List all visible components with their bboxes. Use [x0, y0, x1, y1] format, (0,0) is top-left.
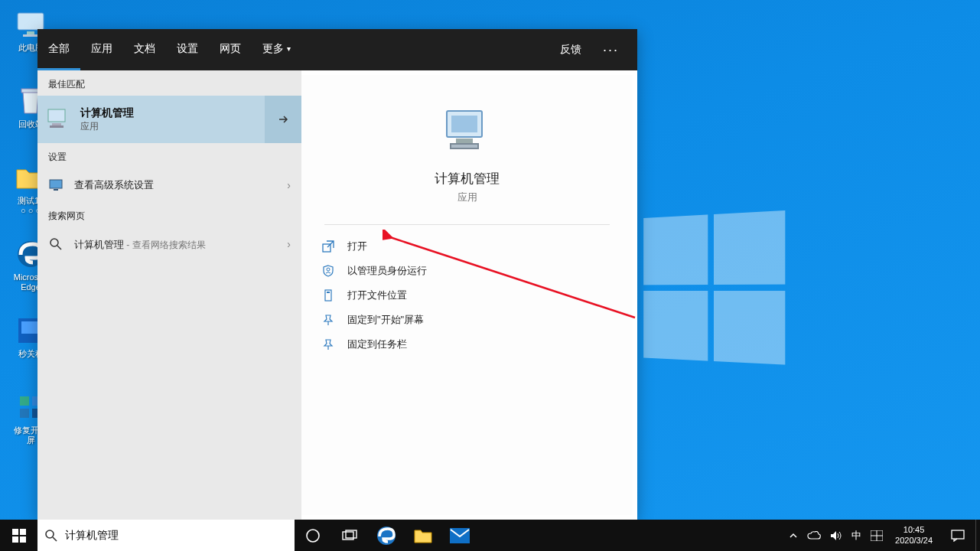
tab-more-label: 更多 — [262, 42, 284, 56]
tray-time: 10:45 — [895, 525, 933, 535]
svg-point-24 — [327, 268, 330, 271]
svg-rect-2 — [23, 34, 38, 37]
action-label: 打开文件位置 — [347, 289, 407, 302]
section-header-search-web: 搜索网页 — [37, 202, 301, 227]
section-header-best-match: 最佳匹配 — [37, 70, 301, 96]
shield-icon — [321, 264, 335, 278]
tab-settings[interactable]: 设置 — [166, 29, 209, 70]
svg-rect-30 — [12, 536, 18, 543]
tray-ime-language[interactable]: 中 — [847, 520, 866, 551]
action-label: 固定到任务栏 — [347, 337, 407, 351]
svg-rect-0 — [18, 13, 44, 30]
taskbar-cortana-button[interactable] — [295, 520, 331, 551]
action-label: 以管理员身份运行 — [347, 264, 427, 278]
tab-more[interactable]: 更多▾ — [252, 29, 301, 70]
svg-point-34 — [307, 530, 319, 542]
tray-onedrive[interactable] — [803, 520, 825, 551]
chevron-down-icon: ▾ — [287, 44, 291, 53]
more-options-button[interactable]: ··· — [592, 29, 630, 70]
chevron-up-icon — [789, 531, 798, 540]
folder-icon — [414, 528, 432, 543]
tray-ime-keyboard[interactable] — [866, 520, 887, 551]
svg-rect-7 — [20, 396, 29, 406]
arrow-right-icon — [277, 113, 289, 126]
cortana-icon — [305, 528, 321, 543]
tab-documents[interactable]: 文档 — [123, 29, 166, 70]
result-label: 查看高级系统设置 — [74, 178, 154, 192]
pin-icon — [321, 313, 335, 327]
taskbar-app-edge[interactable] — [368, 520, 405, 551]
svg-rect-28 — [12, 529, 18, 535]
svg-rect-9 — [20, 409, 29, 418]
result-advanced-system-settings[interactable]: 查看高级系统设置 › — [37, 168, 301, 202]
show-desktop-button[interactable] — [975, 520, 980, 551]
result-web-search[interactable]: 计算机管理 - 查看网络搜索结果 › — [37, 227, 301, 261]
svg-rect-31 — [20, 536, 26, 543]
svg-rect-19 — [451, 116, 477, 132]
computer-management-icon — [47, 107, 71, 132]
svg-rect-22 — [451, 145, 477, 148]
tray-clock[interactable]: 10:45 2020/3/24 — [887, 525, 940, 545]
search-icon — [48, 236, 63, 252]
best-match-item[interactable]: 计算机管理 应用 — [37, 96, 301, 143]
svg-rect-42 — [952, 530, 964, 539]
action-label: 固定到"开始"屏幕 — [347, 313, 424, 327]
system-tray: 中 10:45 2020/3/24 — [784, 520, 980, 551]
tray-volume[interactable] — [825, 520, 847, 551]
svg-rect-12 — [52, 123, 61, 126]
search-scope-tabs: 全部 应用 文档 设置 网页 更多▾ 反馈 ··· — [37, 29, 637, 70]
action-open-file-location[interactable]: 打开文件位置 — [315, 283, 619, 308]
tab-web[interactable]: 网页 — [209, 29, 252, 70]
start-button[interactable] — [0, 520, 37, 551]
svg-rect-11 — [48, 109, 65, 122]
computer-management-large-icon — [441, 106, 494, 159]
svg-rect-14 — [50, 180, 62, 188]
chevron-right-icon: › — [287, 238, 291, 250]
divider — [324, 224, 609, 225]
tray-action-center[interactable] — [940, 530, 975, 542]
chevron-right-icon: › — [287, 179, 291, 191]
taskbar-task-view-button[interactable] — [331, 520, 368, 551]
svg-point-32 — [46, 530, 54, 538]
search-input[interactable] — [65, 530, 287, 542]
svg-rect-1 — [27, 31, 34, 34]
tray-date: 2020/3/24 — [895, 536, 933, 546]
taskbar-search-box[interactable] — [37, 520, 295, 551]
section-header-settings: 设置 — [37, 143, 301, 168]
feedback-button[interactable]: 反馈 — [549, 29, 592, 70]
search-icon — [45, 530, 57, 542]
detail-title: 计算机管理 — [435, 170, 500, 187]
keyboard-icon — [871, 530, 883, 541]
mail-icon — [450, 528, 470, 543]
windows-logo-icon — [12, 529, 26, 543]
action-label: 打开 — [347, 240, 367, 253]
svg-rect-29 — [20, 529, 26, 535]
tab-apps[interactable]: 应用 — [80, 29, 123, 70]
svg-line-33 — [53, 537, 57, 541]
svg-line-17 — [57, 246, 61, 249]
taskbar: 中 10:45 2020/3/24 — [0, 520, 980, 551]
best-match-subtitle: 应用 — [80, 120, 134, 133]
action-pin-to-start[interactable]: 固定到"开始"屏幕 — [315, 308, 619, 332]
start-search-panel: 全部 应用 文档 设置 网页 更多▾ 反馈 ··· 最佳匹配 计算机管理 应用 … — [37, 29, 637, 520]
action-open[interactable]: 打开 — [315, 234, 619, 259]
pin-icon — [321, 337, 335, 351]
taskbar-app-mail[interactable] — [441, 520, 478, 551]
detail-subtitle: 应用 — [457, 191, 477, 204]
taskbar-app-file-explorer[interactable] — [405, 520, 441, 551]
tray-overflow-button[interactable] — [784, 520, 803, 551]
svg-rect-26 — [327, 292, 330, 293]
speaker-icon — [830, 530, 842, 541]
folder-open-icon — [321, 289, 335, 302]
svg-rect-13 — [50, 126, 63, 128]
expand-arrow-button[interactable] — [265, 96, 301, 143]
svg-rect-20 — [456, 139, 473, 143]
action-run-as-admin[interactable]: 以管理员身份运行 — [315, 259, 619, 283]
svg-point-16 — [50, 239, 58, 246]
cloud-icon — [807, 531, 821, 540]
action-pin-to-taskbar[interactable]: 固定到任务栏 — [315, 332, 619, 357]
windows-logo-wallpaper — [643, 210, 792, 372]
notification-icon — [951, 530, 965, 542]
tab-all[interactable]: 全部 — [37, 29, 80, 70]
search-results-list: 最佳匹配 计算机管理 应用 设置 查看高级系统设置 › 搜索网页 — [37, 70, 301, 520]
